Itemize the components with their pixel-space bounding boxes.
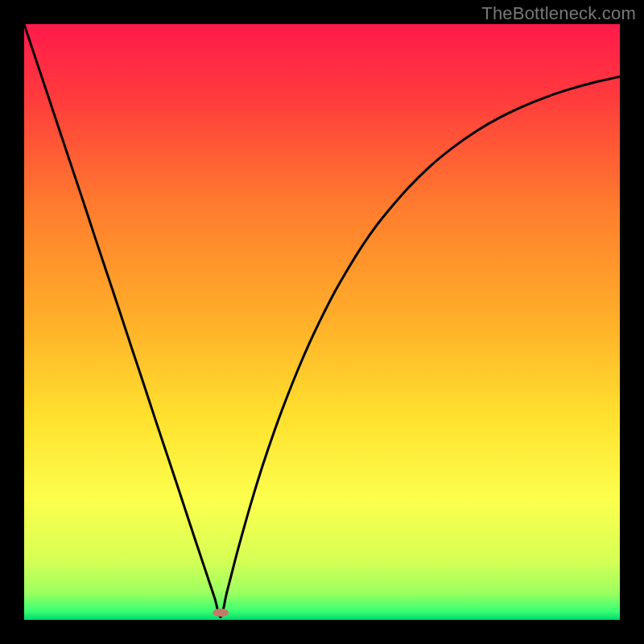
- chart-frame: TheBottleneck.com: [0, 0, 644, 644]
- chart-svg: [24, 24, 620, 620]
- gradient-background: [24, 24, 620, 620]
- watermark-text: TheBottleneck.com: [481, 3, 636, 24]
- plot-area: [24, 24, 620, 620]
- optimum-marker: [213, 609, 229, 617]
